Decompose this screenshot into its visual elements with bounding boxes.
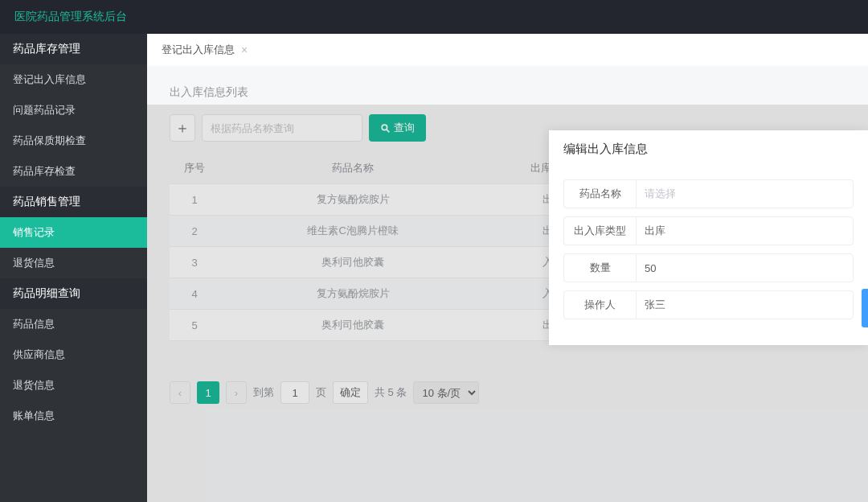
app-title: 医院药品管理系统后台 — [14, 10, 127, 24]
close-icon[interactable]: × — [241, 43, 248, 56]
sidebar-group-detail[interactable]: 药品明细查询 — [0, 278, 147, 309]
sidebar-item-return-info-1[interactable]: 退货信息 — [0, 248, 147, 278]
field-drug-name[interactable]: 请选择 — [636, 179, 854, 208]
pager-pagesize-select[interactable]: 10 条/页 — [413, 381, 479, 404]
sidebar-item-return-info-2[interactable]: 退货信息 — [0, 370, 147, 401]
field-inout-type[interactable]: 出库 — [636, 216, 854, 245]
edit-inout-modal: 编辑出入库信息 药品名称 请选择 出入库类型 出库 数量 50 操作人 张三 — [549, 130, 868, 345]
topbar: 医院药品管理系统后台 — [0, 0, 868, 34]
pager-current[interactable]: 1 — [197, 381, 219, 404]
svg-line-1 — [387, 130, 389, 132]
sidebar: 药品库存管理 登记出入库信息 问题药品记录 药品保质期检查 药品库存检查 药品销… — [0, 34, 147, 502]
modal-body: 药品名称 请选择 出入库类型 出库 数量 50 操作人 张三 — [549, 168, 868, 345]
pager-next[interactable]: › — [226, 381, 247, 404]
tabbar: 登记出入库信息 × — [147, 34, 868, 66]
modal-primary-strip[interactable] — [862, 289, 868, 327]
sidebar-item-supplier-info[interactable]: 供应商信息 — [0, 339, 147, 370]
form-row-qty: 数量 50 — [563, 253, 854, 282]
main-area: 登记出入库信息 × 出入库信息列表 ＋ 查询 序号 — [147, 34, 868, 502]
sidebar-item-register-inout[interactable]: 登记出入库信息 — [0, 64, 147, 95]
sidebar-item-drug-info[interactable]: 药品信息 — [0, 309, 147, 339]
search-input[interactable] — [202, 114, 362, 142]
tab-label: 登记出入库信息 — [162, 43, 235, 57]
pager-jump-input[interactable] — [280, 381, 309, 404]
form-row-type: 出入库类型 出库 — [563, 216, 854, 245]
pager-confirm-button[interactable]: 确定 — [333, 381, 368, 404]
field-quantity[interactable]: 50 — [636, 253, 854, 282]
label-operator: 操作人 — [563, 290, 636, 319]
sidebar-group-sales[interactable]: 药品销售管理 — [0, 187, 147, 217]
pager-jump-suffix: 页 — [316, 385, 326, 400]
query-button[interactable]: 查询 — [369, 114, 426, 142]
col-name: 药品名称 — [219, 153, 486, 184]
plus-icon: ＋ — [175, 118, 190, 138]
pager-jump-prefix: 到第 — [253, 385, 274, 400]
pager-prev[interactable]: ‹ — [170, 381, 190, 404]
sidebar-item-stock-check[interactable]: 药品库存检查 — [0, 156, 147, 187]
modal-title: 编辑出入库信息 — [549, 130, 868, 168]
panel-title: 出入库信息列表 — [170, 85, 845, 100]
sidebar-item-bill-info[interactable]: 账单信息 — [0, 401, 147, 431]
form-row-name: 药品名称 请选择 — [563, 179, 854, 208]
field-operator[interactable]: 张三 — [636, 290, 854, 319]
col-idx: 序号 — [170, 153, 219, 184]
sidebar-item-expiry-check[interactable]: 药品保质期检查 — [0, 126, 147, 156]
sidebar-item-sales-record[interactable]: 销售记录 — [0, 217, 147, 248]
add-button[interactable]: ＋ — [170, 114, 195, 142]
pager-total: 共 5 条 — [375, 385, 407, 400]
label-drug-name: 药品名称 — [563, 179, 636, 208]
tab-register-inout[interactable]: 登记出入库信息 × — [155, 34, 254, 66]
form-row-operator: 操作人 张三 — [563, 290, 854, 319]
label-inout-type: 出入库类型 — [563, 216, 636, 245]
chevron-left-icon: ‹ — [178, 387, 182, 399]
label-quantity: 数量 — [563, 253, 636, 282]
sidebar-group-inventory[interactable]: 药品库存管理 — [0, 34, 147, 64]
pager: ‹ 1 › 到第 页 确定 共 5 条 10 条/页 — [170, 381, 845, 404]
sidebar-item-problem-drugs[interactable]: 问题药品记录 — [0, 95, 147, 126]
svg-point-0 — [382, 125, 387, 130]
query-label: 查询 — [394, 121, 415, 135]
search-icon — [380, 123, 391, 134]
chevron-right-icon: › — [235, 387, 238, 399]
